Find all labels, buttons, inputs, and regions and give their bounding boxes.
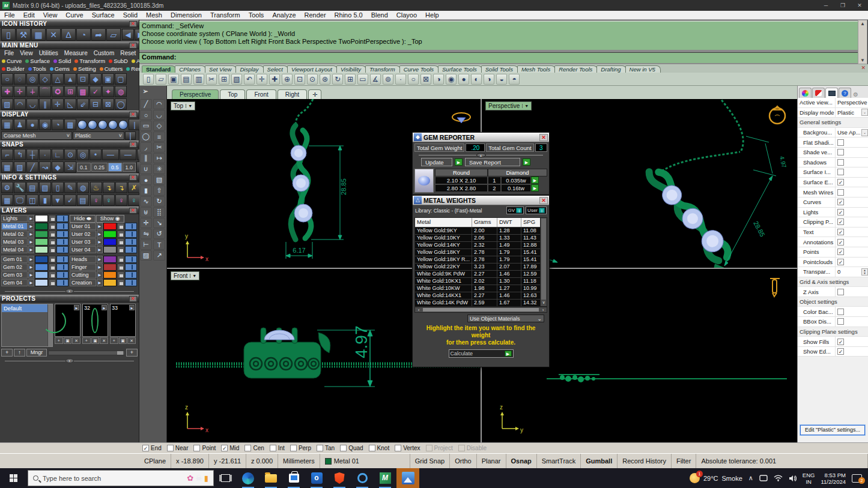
- toolbar-tab-drafting[interactable]: Drafting: [596, 65, 626, 73]
- render-sphere-4-icon[interactable]: ◒: [496, 74, 507, 85]
- menu-tool-icon[interactable]: ◇: [39, 73, 51, 85]
- status-absolute-tolerance-0-001[interactable]: Absolute tolerance: 0.001: [696, 454, 868, 468]
- command-prompt[interactable]: Command:: [139, 52, 858, 63]
- layer-visibility-toggle[interactable]: [56, 256, 68, 263]
- language-indicator[interactable]: ENGIN: [803, 472, 815, 485]
- calculate-run-icon[interactable]: ▶: [505, 351, 512, 357]
- snap-wide-icon[interactable]: —: [102, 149, 119, 160]
- close-button[interactable]: ✕: [851, 2, 868, 8]
- layer-lock-icon[interactable]: [117, 223, 124, 230]
- layer-color-swatch[interactable]: [103, 256, 117, 263]
- display-mode-sphere-icon[interactable]: [118, 120, 128, 130]
- metal-table-hscrollbar[interactable]: ‹›: [414, 307, 547, 313]
- layer-lock-icon[interactable]: [117, 264, 124, 271]
- toolbar-tab-solid-tools[interactable]: Solid Tools: [481, 65, 518, 73]
- copy-icon[interactable]: ▥: [193, 74, 204, 85]
- shaded-view-icon[interactable]: ◑: [433, 74, 444, 85]
- layer-lock-icon[interactable]: [49, 279, 56, 286]
- setting-shade-ve[interactable]: Shade ve...: [798, 148, 868, 158]
- necklace-chain[interactable]: [721, 99, 743, 151]
- weather-widget[interactable]: 1 29°C Smoke: [690, 473, 742, 483]
- print-icon[interactable]: ▤: [181, 74, 192, 85]
- layer-visibility-toggle[interactable]: [56, 271, 68, 279]
- setting-annotations[interactable]: Annotations✓: [798, 237, 868, 247]
- setting-points[interactable]: Points✓: [798, 247, 868, 258]
- metal-table-vscrollbar[interactable]: ∨: [540, 218, 547, 306]
- menu-analyze[interactable]: Analyze: [268, 11, 300, 19]
- menu-rhino-5-0[interactable]: Rhino 5.0: [330, 11, 367, 19]
- projects-scroll-slider[interactable]: [48, 351, 124, 355]
- layer-expand-icon[interactable]: ▶: [97, 223, 103, 230]
- osnap-cen[interactable]: Cen: [244, 445, 264, 451]
- project-up-button[interactable]: ↑: [14, 349, 25, 357]
- visibility-icon[interactable]: ▭: [357, 74, 368, 85]
- snap-icon[interactable]: •: [90, 149, 102, 160]
- snap-value-0-1[interactable]: 0.1: [77, 163, 91, 172]
- layer-lock-icon[interactable]: [49, 215, 56, 222]
- dimension-height[interactable]: 28.85: [309, 146, 347, 239]
- taskbar-app-matrix-app[interactable]: M: [374, 468, 396, 488]
- layer-expand-icon[interactable]: ▶: [28, 246, 34, 253]
- settings-icon[interactable]: ▧: [39, 182, 51, 193]
- layer-expand-icon[interactable]: ▶: [28, 256, 34, 263]
- status-osnap[interactable]: Osnap: [506, 454, 537, 468]
- layer-expand-icon[interactable]: ▶: [28, 264, 34, 271]
- viewport-front-label[interactable]: Front▼: [171, 271, 199, 280]
- checkbox-shadows[interactable]: [837, 159, 844, 166]
- gem-row-run-icon[interactable]: ▶: [531, 176, 539, 184]
- menu-curve[interactable]: Curve: [61, 11, 87, 19]
- menu-tool-icon[interactable]: ◍: [115, 86, 127, 97]
- menu-file[interactable]: File: [0, 11, 19, 19]
- thumb-delete-button[interactable]: ✕: [127, 337, 136, 344]
- gv-toggle[interactable]: GVI: [506, 206, 524, 214]
- zoom-selected-icon[interactable]: ⊙: [307, 74, 318, 85]
- metal-row-white-gold-10kw[interactable]: White Gold:10KW1.981.2710.99: [415, 285, 540, 292]
- layer-gem-03[interactable]: Gem 03: [1, 271, 28, 279]
- osnap-point[interactable]: Point: [193, 445, 216, 451]
- setting-shadows[interactable]: Shadows: [798, 158, 868, 168]
- menu-render[interactable]: Render: [300, 11, 330, 19]
- layer-expand-icon[interactable]: ▶: [97, 271, 103, 279]
- snap-mode-icon[interactable]: ⇲: [64, 161, 76, 173]
- gem-table-row[interactable]: 2.80 X 2.8020.16tw▶: [435, 184, 547, 192]
- osnap-int[interactable]: Int: [270, 445, 285, 451]
- tab-help[interactable]: ?: [839, 88, 851, 98]
- update-run-icon[interactable]: ▶: [455, 158, 463, 166]
- layer-lock-icon[interactable]: [49, 230, 56, 238]
- pendant-model[interactable]: [637, 161, 747, 268]
- ring-tool-icon[interactable]: ♀: [115, 194, 127, 206]
- layer-expand-icon[interactable]: ▶: [28, 215, 34, 222]
- menu-tool-icon[interactable]: ⊡: [77, 73, 89, 85]
- rotate-view-icon[interactable]: ↻: [332, 74, 343, 85]
- necklace-chain-2[interactable]: [662, 152, 740, 171]
- teams-icon[interactable]: [759, 475, 768, 482]
- trim-tool-icon[interactable]: ✂: [153, 142, 165, 152]
- layer-color-swatch[interactable]: [103, 238, 117, 246]
- layer-user-02[interactable]: User 02: [70, 230, 96, 238]
- setting-transpar[interactable]: Transpar...0▲▼: [798, 267, 868, 277]
- setting-lights[interactable]: Lights✓: [798, 208, 868, 218]
- render-sphere-2-icon[interactable]: ◐: [471, 74, 482, 85]
- metal-row-white-gold-14k-pdw[interactable]: White Gold:14K PdW2.591.6714.32: [415, 299, 540, 306]
- checkbox-curves[interactable]: ✓: [837, 199, 844, 205]
- chevron-down-icon[interactable]: ⌄: [861, 129, 868, 136]
- setting-backgrou[interactable]: Backgrou...Use Ap...⌄: [798, 128, 868, 138]
- thumb-save-button[interactable]: ▣: [64, 337, 72, 344]
- viewport-tab-top[interactable]: Top: [220, 89, 245, 99]
- status-x-18-890[interactable]: x -18.890: [171, 454, 209, 468]
- array-tool-icon[interactable]: ⣿: [153, 207, 165, 217]
- hatch-tool-icon[interactable]: ▨: [140, 250, 152, 261]
- layer-lock-icon[interactable]: [49, 223, 56, 230]
- setting-clipping-p[interactable]: Clipping P...✓: [798, 217, 868, 227]
- setting-curves[interactable]: Curves✓: [798, 197, 868, 208]
- settings-icon[interactable]: ▤: [77, 194, 89, 206]
- checkbox-surface-i[interactable]: [837, 169, 844, 175]
- history-toggle-icon[interactable]: ↴: [103, 182, 115, 193]
- osnap-quad[interactable]: Quad: [340, 445, 363, 451]
- join-tool-icon[interactable]: ∪: [140, 164, 152, 174]
- menu-tool-icon[interactable]: ◯: [115, 98, 127, 110]
- hidden-icons-chevron[interactable]: ∧: [748, 474, 753, 482]
- save-report-run-icon[interactable]: ▶: [523, 158, 530, 166]
- layer-expand-icon[interactable]: ▶: [97, 264, 103, 271]
- taskbar-search-input[interactable]: Type here to search ✿☠▮: [28, 470, 214, 486]
